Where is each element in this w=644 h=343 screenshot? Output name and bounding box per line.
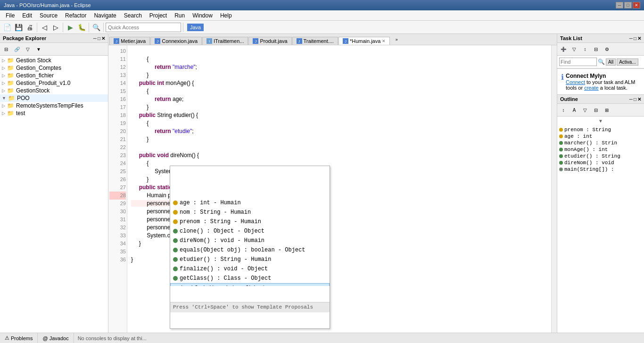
pkg-filter[interactable]: ▽ [23, 44, 33, 54]
maximize-button[interactable]: □ [624, 2, 632, 8]
pkg-link[interactable]: 🔗 [12, 44, 22, 54]
outline-item-marcher[interactable]: marcher() : Strin [557, 140, 644, 146]
pkg-maximize-icon[interactable]: □ [98, 36, 100, 41]
save-button[interactable]: 💾 [13, 22, 24, 33]
autocomplete-item[interactable]: age : int - Humain [170, 198, 330, 208]
menu-refactor[interactable]: Refactor [61, 11, 90, 20]
minimize-button[interactable]: ─ [616, 2, 623, 8]
outline-close-icon[interactable]: ✕ [637, 97, 641, 102]
tab-produit[interactable]: J Produit.java [248, 37, 291, 45]
run-button[interactable]: ▶ [65, 22, 75, 33]
task-maximize-icon[interactable]: □ [634, 36, 636, 41]
line-numbers: 10 11 12 13 14 15 16 17 18 19 20 21 22 2… [108, 45, 127, 333]
print-button[interactable]: 🖨 [25, 22, 35, 33]
tree-item-remote[interactable]: ▷ 📁 RemoteSystemsTempFiles [0, 102, 108, 109]
task-close-icon[interactable]: ✕ [637, 36, 641, 41]
outline-expand-toggle[interactable]: ▼ [557, 117, 644, 125]
outline-expand[interactable]: ⊞ [602, 105, 612, 115]
new-button[interactable]: 📄 [2, 22, 12, 33]
outline-minimize-icon[interactable]: ─ [629, 97, 633, 102]
autocomplete-item[interactable]: equals(Object obj) : boolean - Object [170, 245, 330, 255]
menu-file[interactable]: File [2, 11, 18, 20]
outline-sort[interactable]: ↕ [558, 105, 569, 115]
field-icon [559, 128, 563, 132]
forward-button[interactable]: ▷ [50, 22, 61, 33]
menu-navigate[interactable]: Navigate [90, 11, 120, 20]
tree-item-gestion-stock[interactable]: ▷ 📁 Gestion Stock [0, 57, 108, 64]
view-list-button[interactable]: » [391, 34, 402, 45]
outline-item-prenom[interactable]: prenom : String [557, 126, 644, 133]
debug-button[interactable]: 🐛 [76, 22, 87, 33]
outline-item-etudier[interactable]: etudier() : String [557, 153, 644, 159]
tree-item-test[interactable]: ▷ 📁 test [0, 109, 108, 117]
quick-access-input[interactable] [106, 23, 181, 32]
outline-maximize-icon[interactable]: □ [634, 97, 636, 102]
outline-item-direnom[interactable]: direNom() : void [557, 159, 644, 166]
filter-activate-button[interactable]: Activa... [617, 59, 638, 66]
method-icon [559, 161, 563, 165]
editor-scrollbar[interactable] [551, 45, 557, 333]
find-input[interactable] [559, 58, 597, 66]
autocomplete-item[interactable]: finalize() : void - Object [170, 264, 330, 274]
tab-humain[interactable]: J *Humain.java ✕ [339, 37, 390, 45]
tree-item-gestion-produit[interactable]: ▷ 📁 Gestion_Produit_v1.0 [0, 79, 108, 87]
method-icon [559, 167, 563, 171]
task-settings[interactable]: ⚙ [602, 44, 612, 54]
outline-filter[interactable]: ▽ [580, 105, 590, 115]
task-minimize-icon[interactable]: ─ [629, 36, 633, 41]
package-tree: ▷ 📁 Gestion Stock ▷ 📁 Gestion_Comptes ▷ … [0, 56, 108, 333]
pkg-collapse-all[interactable]: ⊟ [1, 44, 11, 54]
pkg-minimize-icon[interactable]: ─ [93, 36, 97, 41]
autocomplete-item[interactable]: etudier() : String - Humain [170, 255, 330, 264]
menu-edit[interactable]: Edit [18, 11, 36, 20]
task-sort[interactable]: ↕ [580, 44, 590, 54]
create-link[interactable]: create [584, 85, 599, 91]
tree-item-poo[interactable]: ▼ 📁 POO [0, 94, 108, 102]
menu-window[interactable]: Window [189, 11, 216, 20]
task-filter[interactable]: ▽ [569, 44, 579, 54]
tree-label: Gestion_Comptes [16, 65, 61, 71]
menu-help[interactable]: Help [216, 11, 236, 20]
filter-all-button[interactable]: All [606, 59, 616, 66]
autocomplete-item[interactable]: clone() : Object - Object [170, 226, 330, 236]
package-explorer-title: Package Explorer [3, 35, 46, 41]
autocomplete-item[interactable]: nom : String - Humain [170, 208, 330, 217]
tab-metier[interactable]: J Metier.java [109, 37, 150, 45]
outline-item-monage[interactable]: monAge() : int [557, 146, 644, 153]
outline-collapse[interactable]: ⊟ [591, 105, 601, 115]
autocomplete-item[interactable]: direNom() : void - Humain [170, 236, 330, 245]
tab-itraitement[interactable]: I ITraittemen... [202, 37, 248, 45]
autocomplete-item[interactable]: hashCode() : int - Object [170, 283, 330, 286]
tree-item-gestion-stock2[interactable]: ▷ 📁 GestionStock [0, 87, 108, 94]
menu-run[interactable]: Run [171, 11, 189, 20]
close-button[interactable]: ✕ [633, 2, 640, 8]
task-collapse[interactable]: ⊟ [591, 44, 601, 54]
outline-alpha[interactable]: A [569, 105, 579, 115]
outline-item-age[interactable]: age : int [557, 133, 644, 140]
bottom-tab-javadoc[interactable]: @ Javadoc [38, 333, 74, 343]
tab-traitement[interactable]: J Traitement.... [292, 37, 338, 45]
autocomplete-item[interactable]: getClass() : Class - Object [170, 274, 330, 283]
connect-link[interactable]: Connect [566, 79, 585, 85]
new-task-button[interactable]: ➕ [558, 44, 569, 54]
pkg-close-icon[interactable]: ✕ [101, 36, 105, 41]
outline-item-main[interactable]: main(String[]) : [557, 166, 644, 173]
menu-project[interactable]: Project [146, 11, 171, 20]
menu-search[interactable]: Search [120, 11, 146, 20]
tree-item-gestion-comptes[interactable]: ▷ 📁 Gestion_Comptes [0, 64, 108, 72]
bottom-tab-problems[interactable]: ⚠ Problems [0, 333, 38, 343]
perspective-label[interactable]: Java [187, 24, 204, 31]
code-editor[interactable]: { return "marche"; } public int monAge()… [127, 45, 551, 333]
title-controls: ─ □ ✕ [616, 2, 640, 8]
pkg-menu[interactable]: ▼ [33, 44, 44, 54]
tree-item-gestion-fichier[interactable]: ▷ 📁 Gestion_fichier [0, 72, 108, 79]
tab-close-icon[interactable]: ✕ [382, 39, 386, 43]
tree-label: Gestion_Produit_v1.0 [16, 80, 70, 86]
menu-source[interactable]: Source [36, 11, 61, 20]
autocomplete-item[interactable]: prenom : String - Humain [170, 217, 330, 226]
folder-icon: 📁 [7, 110, 14, 117]
back-button[interactable]: ◁ [39, 22, 50, 33]
search-button[interactable]: 🔍 [91, 22, 101, 33]
tab-connexion[interactable]: J Connexion.java [150, 37, 202, 45]
outline-item-label: etudier() : String [564, 153, 620, 159]
